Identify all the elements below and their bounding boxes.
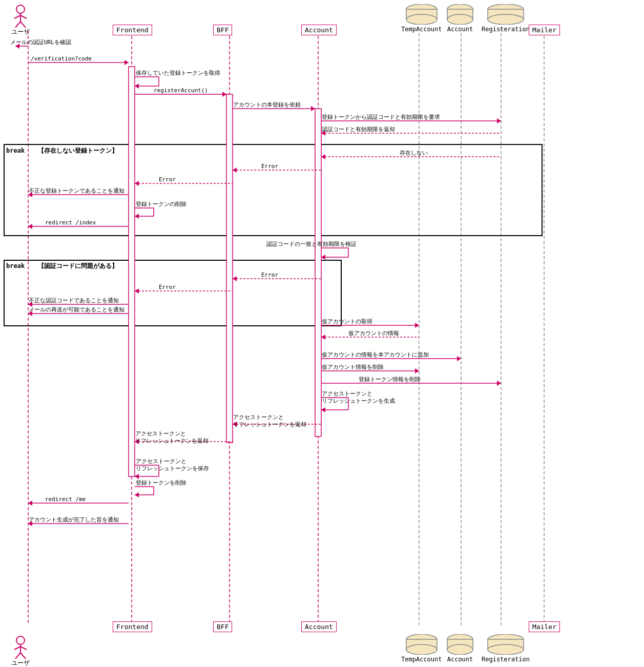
svg-marker-30 [497,118,501,123]
svg-marker-80 [135,474,139,479]
participant-account-top: Account [301,25,337,35]
svg-marker-84 [135,492,139,497]
svg-text:リフレッシュトークンを生成: リフレッシュトークンを生成 [322,398,395,404]
svg-marker-60 [415,323,419,328]
svg-text:アクセストークンと: アクセストークンと [136,458,186,465]
svg-text:Error: Error [159,176,176,183]
svg-text:登録トークンを削除: 登録トークンを削除 [136,480,186,486]
svg-marker-54 [135,288,139,294]
svg-marker-72 [321,407,325,412]
svg-text:アクセストークンと: アクセストークンと [233,414,284,421]
svg-text:リフレッシュトークンを返却: リフレッシュトークンを返却 [135,437,209,444]
svg-text:Error: Error [261,163,278,170]
svg-text:不正な認証コードであることを通知: 不正な認証コードであることを通知 [29,297,119,304]
svg-marker-44 [135,214,139,219]
svg-text:メールの認証URLを確認: メールの認証URLを確認 [10,39,71,46]
svg-marker-28 [311,106,315,111]
svg-marker-38 [135,181,139,186]
svg-marker-64 [457,356,461,361]
svg-marker-52 [233,276,237,281]
svg-rect-11 [4,260,341,326]
svg-text:登録トークンの削除: 登録トークンの削除 [136,201,186,207]
svg-text:【存在しない登録トークン】: 【存在しない登録トークン】 [32,147,118,154]
svg-marker-62 [321,335,325,340]
svg-rect-14 [129,67,135,476]
participant-frontend-top: Frontend [113,25,152,35]
svg-text:アカウントの本登録を依頼: アカウントの本登録を依頼 [233,101,301,108]
participant-bff-bottom: BFF [213,621,232,632]
svg-text:メールの再送が可能であることを通知: メールの再送が可能であることを通知 [29,306,124,313]
svg-text:break: break [6,262,25,269]
svg-marker-46 [28,224,32,229]
svg-text:存在しない: 存在しない [400,150,428,156]
svg-text:Error: Error [159,284,176,290]
svg-text:redirect /me: redirect /me [45,496,86,503]
svg-text:アカウント生成が完了した旨を通知: アカウント生成が完了した旨を通知 [29,516,119,523]
svg-marker-26 [222,92,226,97]
participant-account-bottom: Account [301,621,337,632]
svg-text:認証コードの一致と有効期限を検証: 認証コードの一致と有効期限を検証 [266,241,357,247]
svg-marker-34 [321,154,325,159]
svg-marker-86 [28,501,32,506]
svg-text:保存していた登録トークンを取得: 保存していた登録トークンを取得 [136,70,220,76]
svg-marker-20 [124,60,129,65]
svg-text:registerAccunt(): registerAccunt() [154,87,208,94]
svg-text:break: break [6,147,25,154]
svg-text:登録トークン情報を削除: 登録トークン情報を削除 [359,376,421,383]
svg-text:仮アカウント情報を削除: 仮アカウント情報を削除 [322,364,384,370]
svg-text:redirect /index: redirect /index [45,219,96,226]
svg-marker-68 [497,381,501,386]
svg-text:Error: Error [261,272,278,278]
participant-bff-top: BFF [213,25,232,35]
svg-marker-24 [135,84,139,89]
svg-marker-36 [233,168,237,173]
svg-text:認証コードと有効期限を返却: 認証コードと有効期限を返却 [322,126,395,133]
participant-frontend-bottom: Frontend [113,621,152,632]
svg-text:仮アカウントの取得: 仮アカウントの取得 [322,318,372,325]
svg-text:不正な登録トークンであることを通知: 不正な登録トークンであることを通知 [29,187,124,194]
svg-text:リフレッシュトークンを返却: リフレッシュトークンを返却 [233,421,306,428]
svg-text:アクセストークンと: アクセストークンと [135,430,186,437]
svg-rect-15 [226,94,233,443]
svg-text:リフレッシュトークンを保存: リフレッシュトークンを保存 [136,465,209,472]
svg-text:登録トークンから認証コードと有効期限を要求: 登録トークンから認証コードと有効期限を要求 [322,114,440,120]
svg-marker-50 [321,255,325,260]
sequence-diagram: break 【存在しない登録トークン】 break 【認証コードに問題がある】 [0,0,644,667]
svg-text:【認証コードに問題がある】: 【認証コードに問題がある】 [32,262,118,269]
svg-text:アクセストークンと: アクセストークンと [322,390,372,397]
svg-text:仮アカウントの情報: 仮アカウントの情報 [348,330,399,337]
participant-mailer-top: Mailer [529,25,560,35]
svg-marker-66 [415,368,419,373]
svg-text:仮アカウントの情報を本アカウントに追加: 仮アカウントの情報を本アカウントに追加 [322,351,429,358]
svg-text:/verification?code: /verification?code [31,55,92,62]
participant-mailer-bottom: Mailer [529,621,560,632]
svg-rect-16 [315,109,321,436]
